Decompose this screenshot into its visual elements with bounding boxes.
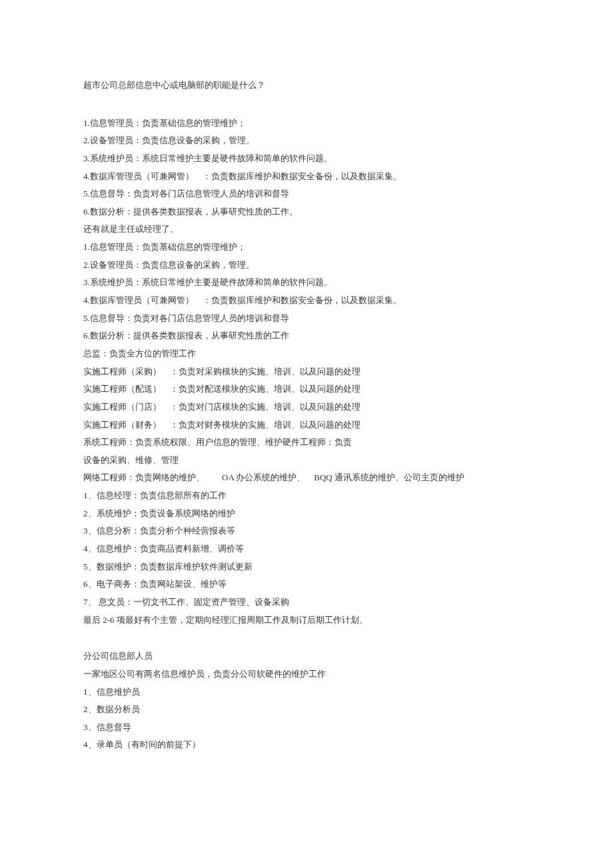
- body-line: 1.信息管理员：负责基础信息的管理维护；: [83, 115, 530, 133]
- body-line: 3.系统维护员：系统日常维护主要是硬件故障和简单的软件问题。: [83, 150, 530, 168]
- body-line: 3.系统维护员：系统日常维护主要是硬件故障和简单的软件问题。: [83, 274, 530, 292]
- body-line: 6.数据分析：提供各类数据报表，从事研究性质的工作: [83, 327, 530, 345]
- body-line: 3、信息分析：负责分析个种经营报表等: [83, 522, 530, 540]
- document-title: 超市公司总部信息中心或电脑部的职能是什么？: [83, 77, 530, 95]
- body-line: 4.数据库管理员（可兼网管） ：负责数据库维护和数据安全备份，以及数据采集。: [83, 292, 530, 310]
- body-line: 总监：负责全方位的管理工作: [83, 345, 530, 363]
- body-line: 4.数据库管理员（可兼网管） ：负责数据库维护和数据安全备份，以及数据采集。: [83, 168, 530, 186]
- body-line: 2、系统维护：负责设备系统网络的维护: [83, 505, 530, 523]
- body-line: 5.信息督导：负责对各门店信息管理人员的培训和督导: [83, 310, 530, 328]
- body-line: 网络工程师：负责网络的维护、 OA 办公系统的维护、 BQQ 通讯系统的维护、公…: [83, 469, 530, 487]
- body-line: 实施工程师（采购） ：负责对采购模块的实施、培训、以及问题的处理: [83, 363, 530, 381]
- body-line: 6.数据分析：提供各类数据报表，从事研究性质的工作。: [83, 203, 530, 221]
- body-line: 最后 2-6 项最好有个主管，定期向经理汇报周期工作及制订后期工作计划。: [83, 612, 530, 630]
- body-line: 实施工程师（配送） ：负责对配送模块的实施、培训、以及问题的处理: [83, 380, 530, 398]
- body-line: 7、 息文员：一切文书工作、固定资产管理、设备采购: [83, 594, 530, 612]
- body-line: 1.信息管理员：负责基础信息的管理维护；: [83, 238, 530, 256]
- body-line: 5.信息督导：负责对各门店信息管理人员的培训和督导: [83, 185, 530, 203]
- body-section-1: 1.信息管理员：负责基础信息的管理维护； 2.设备管理员：负责信息设备的采购，管…: [83, 115, 530, 630]
- body-line: 设备的采购、维修、管理: [83, 452, 530, 470]
- body-line: 系统工程师：负责系统权限、用户信息的管理、维护硬件工程师：负责: [83, 434, 530, 452]
- body-line: 还有就是主任或经理了。: [83, 220, 530, 238]
- body-line: 5、数据维护：负责数据库维护软件测试更新: [83, 558, 530, 576]
- body-line: 4、信息维护：负责商品资料新增、调价等: [83, 540, 530, 558]
- body-line: 1、信息维护员: [83, 683, 530, 701]
- body-line: 6、电子商务：负责网站架设、维护等: [83, 576, 530, 594]
- body-line: 2、数据分析员: [83, 701, 530, 719]
- body-line: 2.设备管理员：负责信息设备的采购，管理。: [83, 132, 530, 150]
- body-line: 实施工程师（财务） ：负责对财务模块的实施、培训、以及问题的处理: [83, 416, 530, 434]
- body-line: 3、信息督导: [83, 719, 530, 737]
- body-line: 1、信息经理：负责信息部所有的工作: [83, 487, 530, 505]
- body-line: 2.设备管理员：负责信息设备的采购，管理。: [83, 256, 530, 274]
- body-line: 一家地区公司有两名信息维护员，负责分公司软硬件的维护工作: [83, 665, 530, 683]
- body-section-2: 分公司信息部人员 一家地区公司有两名信息维护员，负责分公司软硬件的维护工作 1、…: [83, 648, 530, 754]
- document-page: 超市公司总部信息中心或电脑部的职能是什么？ 1.信息管理员：负责基础信息的管理维…: [0, 0, 613, 794]
- body-line: 4、录单员（有时间的前提下）: [83, 736, 530, 754]
- body-line: 实施工程师（门店） ：负责对门店模块的实施、培训、以及问题的处理: [83, 398, 530, 416]
- section-header: 分公司信息部人员: [83, 648, 530, 665]
